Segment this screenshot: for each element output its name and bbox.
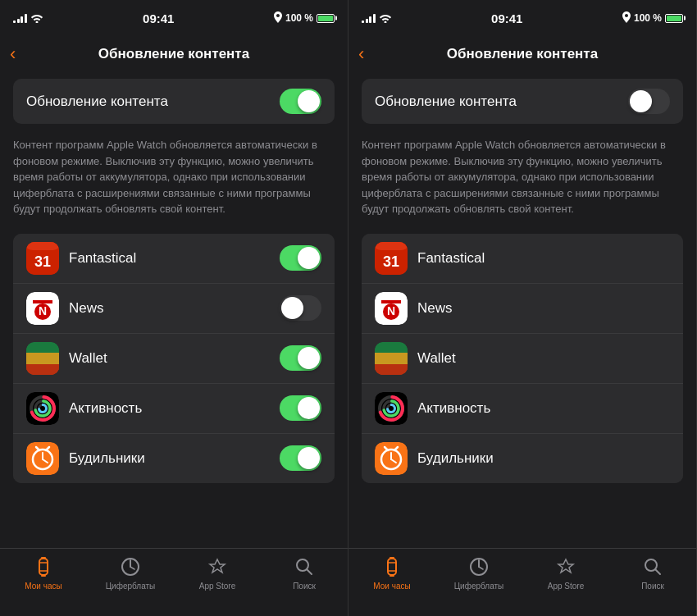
location-icon <box>274 11 282 25</box>
svg-rect-5 <box>26 242 59 250</box>
app-name-alarms: Будильники <box>69 450 280 467</box>
tab-icon-faces <box>467 555 490 578</box>
status-right: 100 % <box>274 11 335 25</box>
app-toggle-wallet[interactable] <box>280 345 321 371</box>
tab-bar: Мои часы Циферблаты App Store <box>0 548 348 616</box>
tab-faces[interactable]: Циферблаты <box>87 555 174 591</box>
tab-label-faces: Циферблаты <box>106 582 156 591</box>
tab-search[interactable]: Поиск <box>609 555 696 591</box>
back-button[interactable]: ‹ <box>358 43 364 65</box>
svg-rect-78 <box>390 575 394 577</box>
app-row-fantastical: 31 Fantastical <box>13 234 335 284</box>
svg-rect-47 <box>375 242 408 250</box>
svg-rect-59 <box>375 364 408 369</box>
app-list: 31 Fantastical N News <box>362 234 683 483</box>
svg-rect-17 <box>26 364 59 369</box>
svg-line-81 <box>479 567 483 569</box>
app-name-wallet: Wallet <box>69 350 280 367</box>
app-toggle-news[interactable] <box>280 295 321 321</box>
app-icon-activity <box>26 392 59 425</box>
svg-rect-58 <box>375 353 408 364</box>
nav-header: ‹ Обновление контента <box>348 36 696 72</box>
nav-header: ‹ Обновление контента <box>0 36 348 72</box>
tab-appstore[interactable]: App Store <box>522 555 609 591</box>
status-bar: 09:41 100 % <box>0 0 348 36</box>
svg-text:N: N <box>387 304 395 317</box>
status-time: 09:41 <box>491 11 522 25</box>
description-text: Контент программ Apple Watch обновляется… <box>0 130 348 227</box>
location-icon <box>622 11 631 25</box>
app-row-activity: Активность <box>362 384 683 434</box>
content-area: Обновление контента Контент программ App… <box>0 72 348 548</box>
tab-label-appstore: App Store <box>548 582 584 591</box>
status-left <box>362 13 392 23</box>
svg-text:31: 31 <box>383 253 399 270</box>
svg-rect-32 <box>39 559 48 575</box>
app-row-news: N News <box>13 284 335 334</box>
svg-rect-36 <box>41 575 46 577</box>
app-icon-wallet <box>26 342 59 375</box>
main-toggle-section: Обновление контента <box>362 79 683 124</box>
app-name-wallet: Wallet <box>417 350 670 367</box>
tab-label-my-watch: Мои часы <box>25 582 61 591</box>
tab-appstore[interactable]: App Store <box>174 555 261 591</box>
app-name-news: News <box>417 300 670 317</box>
battery-percent: 100 % <box>285 12 313 24</box>
tab-icon-faces <box>119 555 142 578</box>
main-toggle-switch[interactable] <box>628 89 670 114</box>
app-row-alarms: Будильники <box>13 434 335 483</box>
tab-search[interactable]: Поиск <box>261 555 348 591</box>
tab-faces[interactable]: Циферблаты <box>435 555 522 591</box>
svg-text:31: 31 <box>34 253 51 270</box>
app-toggle-alarms[interactable] <box>280 445 321 471</box>
status-left <box>13 13 43 23</box>
svg-rect-57 <box>375 348 408 353</box>
tab-label-appstore: App Store <box>199 582 235 591</box>
tab-my-watch[interactable]: Мои часы <box>348 555 435 591</box>
battery-icon <box>665 14 683 23</box>
svg-line-83 <box>655 569 660 574</box>
status-bar: 09:41 100 % <box>348 0 696 36</box>
svg-rect-35 <box>41 557 46 559</box>
content-area: Обновление контента Контент программ App… <box>348 72 696 548</box>
tab-label-faces: Циферблаты <box>454 582 504 591</box>
app-row-activity: Активность <box>13 384 335 434</box>
battery-icon <box>317 14 335 23</box>
status-right: 100 % <box>622 11 683 25</box>
app-name-activity: Активность <box>417 400 670 417</box>
app-icon-news: N <box>26 292 59 325</box>
svg-text:N: N <box>39 304 47 317</box>
tab-label-my-watch: Мои часы <box>373 582 410 591</box>
app-toggle-fantastical[interactable] <box>280 245 321 271</box>
app-icon-alarms <box>26 442 59 475</box>
app-row-wallet: Wallet <box>362 334 683 384</box>
tab-icon-appstore <box>554 555 577 578</box>
app-name-activity: Активность <box>69 400 280 417</box>
app-icon-news: N <box>375 292 408 325</box>
main-toggle-label: Обновление контента <box>26 94 168 110</box>
page-title: Обновление контента <box>98 46 249 62</box>
svg-rect-16 <box>26 353 59 364</box>
tab-icon-my-watch <box>380 555 403 578</box>
app-toggle-activity[interactable] <box>280 395 321 421</box>
app-icon-wallet <box>375 342 408 375</box>
app-name-alarms: Будильники <box>417 450 670 467</box>
app-icon-alarms <box>375 442 408 475</box>
app-row-news: N News <box>362 284 683 334</box>
app-name-fantastical: Fantastical <box>69 250 280 267</box>
status-time: 09:41 <box>143 11 174 25</box>
back-button[interactable]: ‹ <box>10 43 16 65</box>
svg-line-39 <box>130 567 134 569</box>
tab-my-watch[interactable]: Мои часы <box>0 555 87 591</box>
main-toggle-label: Обновление контента <box>375 94 517 110</box>
tab-icon-search <box>293 555 316 578</box>
panel-left: 09:41 100 % ‹ Обновление контента Обновл… <box>0 0 348 616</box>
app-name-fantastical: Fantastical <box>417 250 670 267</box>
page-title: Обновление контента <box>447 46 598 62</box>
main-toggle-switch[interactable] <box>280 89 321 114</box>
tab-icon-appstore <box>206 555 229 578</box>
svg-rect-15 <box>26 348 59 353</box>
description-text: Контент программ Apple Watch обновляется… <box>348 130 696 227</box>
svg-line-41 <box>307 569 312 574</box>
svg-rect-74 <box>388 559 396 575</box>
